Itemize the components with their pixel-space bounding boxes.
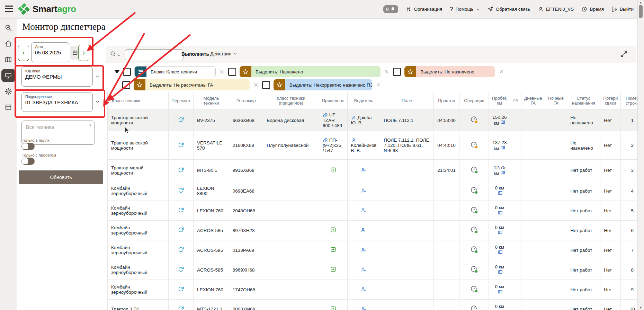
filter-checkbox[interactable] bbox=[123, 68, 131, 76]
column-header[interactable]: Ночные ГА bbox=[545, 92, 567, 109]
table-row[interactable]: Трактор высокой мощностиBV-23756636ХВ68Б… bbox=[108, 109, 644, 131]
date-next-button[interactable] bbox=[78, 45, 89, 61]
driver-add-icon[interactable] bbox=[361, 267, 366, 272]
table-row[interactable]: Трактор малой мощностиМТЗ-80.19916ХВ6821… bbox=[108, 160, 644, 181]
map-small-icon[interactable] bbox=[498, 309, 503, 310]
driver-add-icon[interactable] bbox=[361, 247, 366, 253]
operation-gauge-icon[interactable] bbox=[470, 206, 478, 214]
map-small-icon[interactable] bbox=[500, 120, 505, 125]
header-item-logout[interactable]: Выйти bbox=[611, 6, 634, 12]
filter-chip[interactable]: Выделить: Не рассчитаны ГА bbox=[134, 79, 250, 90]
search-input[interactable] bbox=[125, 49, 184, 60]
notifications-button[interactable]: 0 bbox=[383, 5, 398, 13]
add-square-icon[interactable] bbox=[330, 167, 336, 173]
update-button[interactable]: Обновить bbox=[19, 170, 103, 184]
map-small-icon[interactable] bbox=[500, 170, 505, 175]
close-x-icon[interactable] bbox=[376, 82, 381, 88]
table-row[interactable]: Комбайн зерноуборочныйACROS-5858970ХН23 … bbox=[108, 221, 644, 240]
driver-add-icon[interactable] bbox=[361, 286, 366, 292]
map-small-icon[interactable] bbox=[500, 145, 505, 150]
column-header[interactable]: Операция bbox=[459, 92, 489, 109]
refresh-icon[interactable] bbox=[178, 187, 184, 194]
table-row[interactable]: Комбайн зерноуборочныйACROS-5850133РА68 … bbox=[108, 240, 644, 260]
table-row[interactable]: Комбайн зерноуборочныйLEXION 88000698ЕА6… bbox=[108, 181, 644, 201]
equipment-filter-caret-icon[interactable]: ▼ bbox=[89, 124, 92, 127]
sidebar-item-settings[interactable] bbox=[1, 85, 15, 98]
sidebar-item-reports[interactable] bbox=[1, 101, 15, 114]
expand-icon[interactable] bbox=[620, 51, 627, 57]
filter-chip[interactable]: Блоки: Класс техники bbox=[134, 66, 216, 77]
column-header[interactable]: Модель техники bbox=[194, 92, 229, 109]
sidebar-item-map[interactable] bbox=[1, 53, 15, 66]
refresh-icon[interactable] bbox=[178, 227, 184, 233]
refresh-icon[interactable] bbox=[178, 116, 184, 123]
refresh-icon[interactable] bbox=[178, 207, 184, 213]
column-header[interactable]: Дневные ГА bbox=[521, 92, 545, 109]
vertical-scrollbar[interactable]: ▲ ▼ bbox=[637, 0, 644, 310]
toggle-fields-only[interactable] bbox=[21, 143, 35, 150]
date-field[interactable]: Дата 05.08.2025 bbox=[31, 42, 69, 62]
refresh-icon[interactable] bbox=[178, 266, 184, 273]
filter-chip[interactable]: Выделить: Назначено bbox=[240, 66, 381, 77]
sidebar-item-analytics[interactable] bbox=[1, 21, 15, 34]
header-item-feedback[interactable]: Обратная связь bbox=[488, 6, 530, 12]
filter-checkbox[interactable] bbox=[122, 81, 130, 89]
operation-gauge-icon[interactable] bbox=[470, 285, 478, 293]
smartagro-logo[interactable]: Smartagro bbox=[17, 3, 76, 15]
execute-button[interactable]: Выполнить bbox=[179, 51, 211, 57]
column-header[interactable]: ГА bbox=[510, 92, 521, 109]
column-header[interactable]: Потери связи bbox=[600, 92, 621, 109]
driver-add-icon[interactable] bbox=[361, 207, 366, 213]
scroll-down-icon[interactable]: ▼ bbox=[639, 306, 642, 309]
column-header[interactable]: Поле bbox=[380, 92, 433, 109]
legal-entity-select[interactable]: Юр.лицо ДЕМО ФЕРМЫ bbox=[21, 67, 93, 87]
search-options-button[interactable] bbox=[110, 51, 120, 57]
header-item-user[interactable]: EFTENIJ_VS bbox=[538, 6, 574, 12]
close-x-icon[interactable] bbox=[253, 82, 259, 88]
link-icon[interactable] bbox=[323, 138, 328, 143]
map-small-icon[interactable] bbox=[498, 269, 503, 274]
column-header[interactable]: Простои bbox=[433, 92, 459, 109]
division-select[interactable]: Подразделение 01 ЗВЕЗДА ТЕХНИКА bbox=[21, 92, 93, 112]
filter-checkbox[interactable] bbox=[393, 68, 401, 76]
column-header[interactable]: Прицепное bbox=[319, 92, 347, 109]
table-row[interactable]: Трактор 3 ТКМТЗ-1221.30003ХМ68 0 кмНет р… bbox=[108, 300, 644, 310]
column-header[interactable]: Статус назначения bbox=[567, 92, 600, 109]
refresh-icon[interactable] bbox=[178, 167, 184, 173]
driver-add-icon[interactable] bbox=[361, 167, 366, 172]
header-item-organization[interactable]: Организация bbox=[406, 6, 442, 12]
map-small-icon[interactable] bbox=[498, 250, 503, 255]
actions-menu-button[interactable]: Действия bbox=[210, 51, 237, 56]
header-item-time[interactable]: Время bbox=[581, 6, 604, 12]
operation-gauge-icon[interactable] bbox=[470, 166, 478, 174]
operation-gauge-icon[interactable] bbox=[470, 246, 478, 254]
legal-entity-caret-icon[interactable] bbox=[95, 74, 100, 80]
driver-add-icon[interactable] bbox=[361, 227, 366, 233]
division-caret-icon[interactable] bbox=[95, 99, 100, 106]
hamburger-menu-icon[interactable] bbox=[5, 6, 13, 12]
refresh-icon[interactable] bbox=[178, 142, 184, 148]
toggle-mileage-only[interactable] bbox=[21, 158, 35, 165]
column-header[interactable]: Пересчет bbox=[169, 92, 194, 109]
refresh-icon[interactable] bbox=[178, 246, 184, 253]
table-row[interactable]: Комбайн зерноуборочныйLEXION 7602048ОН68… bbox=[108, 201, 644, 221]
sidebar-item-home[interactable] bbox=[1, 37, 15, 50]
operation-gauge-icon[interactable] bbox=[470, 116, 478, 124]
filter-chip[interactable]: Выделить: Не назначено bbox=[404, 66, 495, 77]
scroll-up-icon[interactable]: ▲ bbox=[639, 1, 642, 4]
date-prev-button[interactable] bbox=[18, 45, 29, 61]
close-x-icon[interactable] bbox=[384, 69, 390, 74]
table-row[interactable]: Комбайн зерноуборочныйACROS-5858969ХН68 … bbox=[108, 260, 644, 280]
filter-chip[interactable]: Выделить: Некорректно назначено ПЗ bbox=[274, 79, 372, 90]
collapse-filters-icon[interactable] bbox=[115, 70, 119, 73]
link-icon[interactable] bbox=[323, 113, 328, 118]
header-item-help[interactable]: ?Помощь bbox=[450, 6, 480, 12]
column-header[interactable]: Регномер bbox=[229, 92, 263, 109]
column-header[interactable]: Класс техники (прицепное) bbox=[263, 92, 319, 109]
column-header[interactable]: Пробег, км bbox=[489, 92, 510, 109]
add-square-icon[interactable] bbox=[330, 306, 336, 310]
driver-add-icon[interactable] bbox=[361, 306, 366, 310]
operation-gauge-icon[interactable] bbox=[470, 141, 478, 149]
driver-icon[interactable] bbox=[351, 115, 356, 120]
column-header[interactable]: Класс техники bbox=[108, 92, 169, 109]
